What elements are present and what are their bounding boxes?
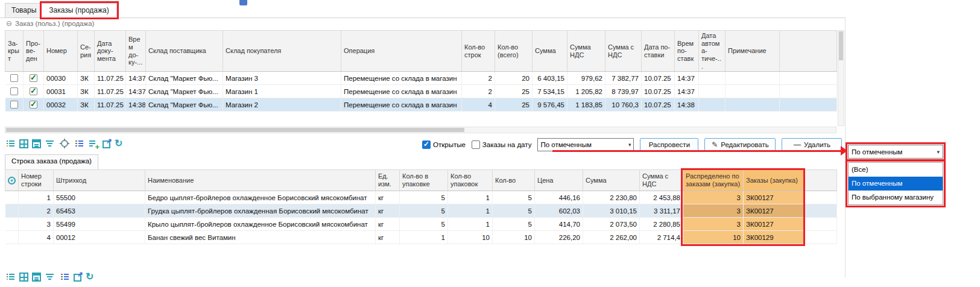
cell-sum[interactable]: 2 262,00 <box>583 231 640 244</box>
option-by-store[interactable]: По выбранному магазину <box>849 191 943 204</box>
cell-qty[interactable]: 25 <box>495 98 533 112</box>
cell-doc-date[interactable]: 11.07.25 <box>95 85 126 98</box>
col-header-allocated[interactable]: Распределено по заказам (закупка) <box>683 170 744 191</box>
tab-orders[interactable]: Заказы (продажа) <box>41 3 117 18</box>
cell-line-number[interactable]: 4 <box>19 231 54 244</box>
cell-per-pack[interactable]: 5 <box>400 204 448 218</box>
export-icon[interactable] <box>103 140 110 148</box>
cell-barcode[interactable]: 00012 <box>54 231 145 244</box>
col-header-auto-date[interactable]: Дата автома-тиче-... <box>699 31 726 72</box>
cell-series[interactable]: ЗК <box>78 85 95 98</box>
cell-note[interactable] <box>726 98 780 112</box>
cell-allocated[interactable]: 3 <box>683 191 744 204</box>
cell-qty[interactable]: 5 <box>493 191 535 204</box>
posted-checkbox[interactable] <box>30 101 37 109</box>
cell-delivery-date[interactable]: 10.07.25 <box>642 72 675 85</box>
col-header-sum[interactable]: Сумма <box>533 31 567 72</box>
cell-qty[interactable]: 20 <box>495 72 533 85</box>
cell-purchase-orders[interactable]: ЗК00127 <box>744 204 804 218</box>
cell-packs[interactable]: 1 <box>448 191 493 204</box>
cell-note[interactable] <box>726 85 780 98</box>
col-header-price[interactable]: Цена <box>535 170 583 191</box>
cell-series[interactable]: ЗК <box>78 72 95 85</box>
cell-sum[interactable]: 2 230,80 <box>583 191 640 204</box>
cell-unit[interactable]: кг <box>376 231 400 244</box>
cell-sum-vat[interactable]: 3 311,17 <box>640 204 683 218</box>
numbered-list-icon[interactable] <box>74 138 84 149</box>
cell-price[interactable]: 602,03 <box>535 204 583 218</box>
view-grid-icon[interactable] <box>19 273 28 282</box>
line-row[interactable]: 4 00012 Банан свежий вес Витамин кг 1 10… <box>5 231 837 244</box>
cell-vat[interactable]: 1 183,85 <box>567 98 605 112</box>
cell-warehouse-from[interactable]: Склад "Маркет Фью... <box>146 72 223 85</box>
closed-checkbox[interactable] <box>10 101 18 109</box>
filter-icon[interactable] <box>45 138 55 149</box>
numbered-list-icon[interactable] <box>59 271 70 282</box>
export-icon[interactable] <box>74 274 81 282</box>
delete-button[interactable]: — Удалить <box>782 138 842 151</box>
col-header-sum[interactable]: Сумма <box>583 170 640 191</box>
col-header-doc-time[interactable]: Врем до-ку-... <box>126 31 146 72</box>
order-row-selected[interactable]: 00032 ЗК 11.07.25 14:38 Склад "Маркет Фь… <box>5 98 837 112</box>
cell-doc-time[interactable]: 14:37 <box>126 85 146 98</box>
cell-packs[interactable]: 10 <box>448 231 493 244</box>
col-header-sum-with-vat[interactable]: Сумма с НДС <box>640 170 683 191</box>
cell-sum[interactable]: 6 403,15 <box>533 72 567 85</box>
posted-checkbox[interactable] <box>30 87 37 95</box>
cell-purchase-orders[interactable]: ЗК00127 <box>744 218 804 231</box>
cell-qty[interactable]: 25 <box>495 85 533 98</box>
cell-allocated[interactable]: 10 <box>683 231 744 244</box>
col-header-unit[interactable]: Ед. изм. <box>376 170 400 191</box>
cell-line-number[interactable]: 3 <box>19 218 54 231</box>
cell-operation[interactable]: Перемещение со склада в магазин <box>341 72 462 85</box>
cell-delivery-time[interactable]: 14:37 <box>675 85 699 98</box>
cell-number[interactable]: 00031 <box>44 85 78 98</box>
cell-allocated[interactable]: 3 <box>683 204 744 218</box>
cell-warehouse-to[interactable]: Магазин 2 <box>223 98 341 112</box>
col-header-note[interactable]: Примечание <box>726 31 780 72</box>
cell-selector[interactable] <box>5 204 19 218</box>
cell-lines[interactable]: 2 <box>462 72 495 85</box>
row-selector-icon[interactable]: ▾ <box>8 177 16 184</box>
cell-selector[interactable] <box>5 218 19 231</box>
cell-line-number[interactable]: 1 <box>19 191 54 204</box>
cell-closed[interactable] <box>5 72 24 85</box>
cell-unit[interactable]: кг <box>376 204 400 218</box>
cell-posted[interactable] <box>24 85 44 98</box>
calendar-icon[interactable] <box>32 139 41 148</box>
cell-sum-vat[interactable]: 8 739,97 <box>605 85 642 98</box>
group-header[interactable]: ⊖ Заказ (польз.) (продажа) <box>6 20 94 27</box>
cell-packs[interactable]: 1 <box>448 218 493 231</box>
cell-posted[interactable] <box>24 98 44 112</box>
col-header-posted[interactable]: Про-ве-ден <box>24 31 44 72</box>
cell-selector[interactable] <box>5 191 19 204</box>
cell-closed[interactable] <box>5 85 24 98</box>
col-header-series[interactable]: Се-рия <box>78 31 95 72</box>
cell-warehouse-from[interactable]: Склад "Маркет Фью... <box>146 98 223 112</box>
col-header-warehouse-to[interactable]: Склад покупателя <box>223 31 341 72</box>
cell-qty[interactable]: 5 <box>493 204 535 218</box>
refresh-icon[interactable] <box>85 271 96 282</box>
order-row[interactable]: 00030 ЗК 11.07.25 14:37 Склад "Маркет Фь… <box>5 72 837 85</box>
col-header-barcode[interactable]: Штрихкод <box>54 170 145 191</box>
col-header-closed[interactable]: За-крыт <box>5 31 24 72</box>
unpost-button[interactable]: Распровести <box>640 138 698 151</box>
cell-purchase-orders[interactable]: ЗК00129 <box>744 231 804 244</box>
cell-sum-vat[interactable]: 2 280,85 <box>640 218 683 231</box>
open-orders-checkbox[interactable] <box>422 140 431 149</box>
refresh-icon[interactable] <box>114 138 125 149</box>
cell-unit[interactable]: кг <box>376 191 400 204</box>
cell-auto-date[interactable] <box>699 98 726 112</box>
orders-on-date-checkbox[interactable] <box>472 140 480 149</box>
cell-warehouse-to[interactable]: Магазин 1 <box>223 85 341 98</box>
closed-checkbox[interactable] <box>10 74 18 82</box>
col-header-purchase-orders[interactable]: Заказы (закупка) <box>744 170 804 191</box>
cell-sum-vat[interactable]: 7 382,77 <box>605 72 642 85</box>
view-grid-icon[interactable] <box>19 139 28 148</box>
cell-doc-time[interactable]: 14:37 <box>126 72 146 85</box>
option-by-marked[interactable]: По отмеченным <box>849 177 943 191</box>
col-header-line-number[interactable]: Номер строки <box>19 170 54 191</box>
orders-horizontal-scrollbar[interactable] <box>5 127 836 133</box>
order-row[interactable]: 00031 ЗК 11.07.25 14:37 Склад "Маркет Фь… <box>5 85 837 98</box>
cell-series[interactable]: ЗК <box>78 98 95 112</box>
